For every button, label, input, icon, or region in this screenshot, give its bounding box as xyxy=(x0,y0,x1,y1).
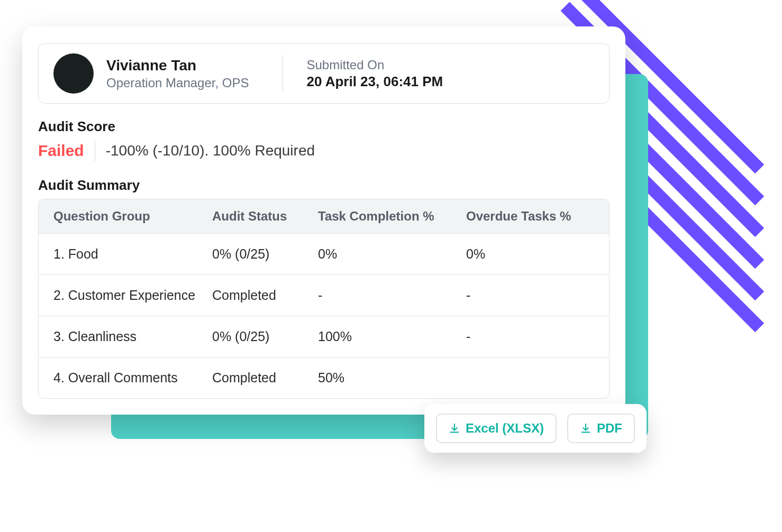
audit-score-row: Failed -100% (-10/10). 100% Required xyxy=(38,140,610,161)
user-block: Vivianne Tan Operation Manager, OPS xyxy=(106,57,270,90)
cell-completion: - xyxy=(318,288,466,303)
audit-summary-table: Question Group Audit Status Task Complet… xyxy=(38,199,610,399)
table-row: 1. Food 0% (0/25) 0% 0% xyxy=(39,233,609,274)
export-excel-label: Excel (XLSX) xyxy=(466,421,544,436)
table-row: 4. Overall Comments Completed 50% xyxy=(39,357,609,398)
cell-group: 4. Overall Comments xyxy=(53,370,212,386)
cell-group: 3. Cleanliness xyxy=(53,329,212,344)
user-role: Operation Manager, OPS xyxy=(106,76,249,90)
audit-score-detail: -100% (-10/10). 100% Required xyxy=(106,142,315,159)
cell-status: 0% (0/25) xyxy=(212,246,318,262)
submitted-block: Submitted On 20 April 23, 06:41 PM xyxy=(296,58,443,90)
export-panel: Excel (XLSX) PDF xyxy=(424,404,647,453)
user-name: Vivianne Tan xyxy=(106,57,249,75)
col-header-status: Audit Status xyxy=(212,209,318,224)
cell-status: Completed xyxy=(212,370,318,386)
cell-overdue xyxy=(466,370,594,386)
col-header-completion: Task Completion % xyxy=(318,209,466,224)
avatar xyxy=(53,53,94,94)
col-header-group: Question Group xyxy=(53,209,212,224)
divider xyxy=(95,140,95,161)
divider xyxy=(283,56,283,91)
cell-overdue: - xyxy=(466,329,594,344)
report-header: Vivianne Tan Operation Manager, OPS Subm… xyxy=(38,43,610,104)
cell-group: 2. Customer Experience xyxy=(53,288,212,303)
cell-status: 0% (0/25) xyxy=(212,329,318,344)
export-pdf-button[interactable]: PDF xyxy=(567,414,635,443)
cell-completion: 0% xyxy=(318,246,466,262)
cell-group: 1. Food xyxy=(53,246,212,262)
audit-score-status: Failed xyxy=(38,142,84,160)
cell-completion: 100% xyxy=(318,329,466,344)
table-row: 3. Cleanliness 0% (0/25) 100% - xyxy=(39,316,609,357)
cell-overdue: - xyxy=(466,288,594,303)
export-pdf-label: PDF xyxy=(597,421,622,436)
submitted-label: Submitted On xyxy=(306,58,443,72)
download-icon xyxy=(449,423,460,434)
table-header: Question Group Audit Status Task Complet… xyxy=(39,199,609,233)
cell-completion: 50% xyxy=(318,370,466,386)
col-header-overdue: Overdue Tasks % xyxy=(466,209,594,224)
audit-report-card: Vivianne Tan Operation Manager, OPS Subm… xyxy=(22,26,625,415)
cell-status: Completed xyxy=(212,288,318,303)
table-row: 2. Customer Experience Completed - - xyxy=(39,274,609,316)
submitted-value: 20 April 23, 06:41 PM xyxy=(306,74,443,90)
audit-summary-title: Audit Summary xyxy=(38,177,610,194)
cell-overdue: 0% xyxy=(466,246,594,262)
export-excel-button[interactable]: Excel (XLSX) xyxy=(436,414,557,443)
download-icon xyxy=(580,423,592,434)
audit-score-title: Audit Score xyxy=(38,118,610,135)
